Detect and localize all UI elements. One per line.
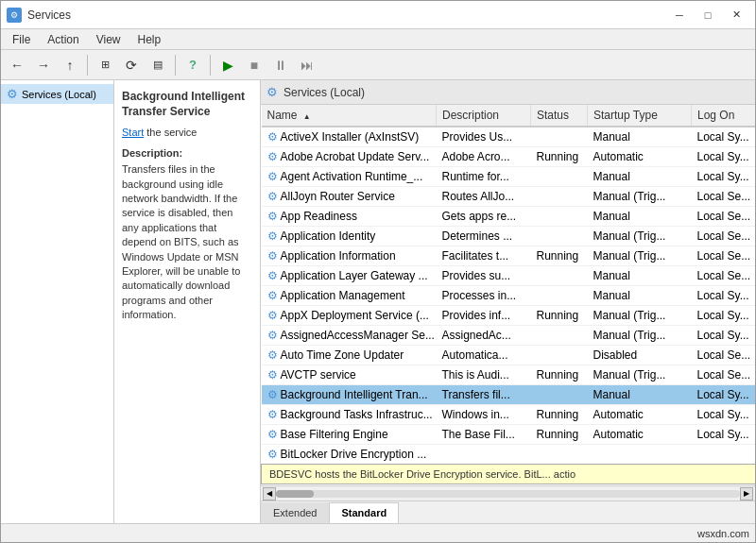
services-table[interactable]: Name ▲ Description Status Startup Type L… — [261, 105, 755, 485]
service-icon: ⚙ — [267, 170, 278, 183]
tab-standard[interactable]: Standard — [329, 502, 399, 523]
status-bar: wsxdn.com — [1, 523, 755, 542]
service-desc-cell: Transfers fil... — [437, 385, 531, 405]
horizontal-scrollbar[interactable]: ◀ ▶ — [261, 485, 755, 501]
service-status-cell: Running — [531, 425, 588, 445]
forward-button[interactable]: → — [31, 53, 56, 77]
service-status-cell — [531, 326, 588, 346]
table-area: ⚙ Services (Local) Name ▲ Description St… — [261, 80, 755, 523]
sidebar-item-services-local[interactable]: ⚙ Services (Local) — [1, 84, 113, 104]
service-startup-cell: Manual — [588, 385, 692, 405]
tab-extended[interactable]: Extended — [261, 502, 329, 523]
title-bar: ⚙ Services ─ □ ✕ — [1, 1, 755, 29]
service-logon-cell: Local Se... — [692, 346, 756, 365]
scroll-thumb[interactable] — [276, 490, 314, 498]
start-suffix: the service — [144, 127, 197, 138]
table-row[interactable]: ⚙ Adobe Acrobat Update Serv... Adobe Acr… — [262, 147, 756, 167]
close-button[interactable]: ✕ — [723, 6, 749, 25]
service-startup-cell: Manual (Trig... — [588, 365, 692, 385]
maximize-button[interactable]: □ — [695, 6, 721, 25]
table-body: ⚙ ActiveX Installer (AxInstSV) Provides … — [262, 127, 756, 485]
menu-help[interactable]: Help — [130, 31, 169, 48]
col-header-status[interactable]: Status — [531, 105, 588, 127]
description-heading: Description: — [122, 147, 252, 159]
menu-action[interactable]: Action — [40, 31, 86, 48]
service-logon-cell: Local Se... — [692, 227, 756, 246]
breadcrumb-text: Services (Local) — [284, 86, 365, 99]
menu-file[interactable]: File — [5, 31, 38, 48]
service-desc-cell: Windows in... — [437, 405, 531, 425]
table-row[interactable]: ⚙ BitLocker Drive Encryption ... — [262, 445, 756, 465]
table-row[interactable]: ⚙ App Readiness Gets apps re... Manual L… — [262, 207, 756, 227]
service-icon: ⚙ — [267, 249, 278, 263]
up-button[interactable]: ↑ — [58, 53, 82, 77]
service-icon: ⚙ — [267, 210, 278, 223]
service-startup-cell: Manual — [588, 286, 692, 306]
table-row[interactable]: ⚙ Application Information Facilitates t.… — [262, 246, 756, 266]
refresh-button[interactable]: ⟳ — [119, 53, 144, 77]
table-row[interactable]: ⚙ AllJoyn Router Service Routes AllJo...… — [262, 187, 756, 207]
title-bar-left: ⚙ Services — [7, 8, 71, 23]
export-list-button[interactable]: ▤ — [146, 53, 170, 77]
start-service-button[interactable]: ▶ — [215, 53, 240, 77]
service-logon-cell: Local Se... — [692, 187, 756, 207]
service-status-cell — [531, 167, 588, 187]
service-name-cell: ⚙ Application Information — [262, 246, 437, 266]
service-icon: ⚙ — [267, 130, 278, 144]
col-header-startup[interactable]: Startup Type — [588, 105, 692, 127]
table-row[interactable]: ⚙ AVCTP service This is Audi... Running … — [262, 365, 756, 385]
table-row[interactable]: ⚙ Agent Activation Runtime_... Runtime f… — [262, 167, 756, 187]
restart-service-button[interactable]: ⏭ — [295, 53, 319, 77]
menu-view[interactable]: View — [89, 31, 129, 48]
col-header-name[interactable]: Name ▲ — [262, 105, 437, 127]
service-status-cell — [531, 346, 588, 365]
table-row[interactable]: ⚙ ActiveX Installer (AxInstSV) Provides … — [262, 127, 756, 147]
service-name-cell: ⚙ Auto Time Zone Updater — [262, 346, 437, 365]
back-button[interactable]: ← — [5, 53, 29, 77]
pause-service-button[interactable]: ⏸ — [268, 53, 293, 77]
service-desc-cell: This is Audi... — [437, 365, 531, 385]
service-logon-cell: Local Sy... — [692, 425, 756, 445]
toolbar: ← → ↑ ⊞ ⟳ ▤ ? ▶ ■ ⏸ ⏭ — [1, 50, 755, 80]
table-row[interactable]: ⚙ AssignedAccessManager Se... AssignedAc… — [262, 326, 756, 346]
service-name-cell: ⚙ Adobe Acrobat Update Serv... — [262, 147, 437, 167]
table-row[interactable]: ⚙ Base Filtering Engine The Base Fil... … — [262, 425, 756, 445]
service-icon: ⚙ — [267, 329, 278, 342]
scroll-left-arrow[interactable]: ◀ — [263, 487, 276, 501]
col-header-desc[interactable]: Description — [437, 105, 531, 127]
bottom-tabs: Extended Standard — [261, 501, 755, 523]
service-logon-cell: Local Sy... — [692, 385, 756, 405]
service-desc-cell: Provides Us... — [437, 127, 531, 147]
service-icon: ⚙ — [267, 408, 278, 421]
table-row[interactable]: ⚙ Application Layer Gateway ... Provides… — [262, 266, 756, 286]
app-icon: ⚙ — [7, 8, 22, 23]
tooltip-cell: BDESVC hosts the BitLocker Drive Encrypt… — [262, 465, 756, 484]
table-row[interactable]: ⚙ AppX Deployment Service (... Provides … — [262, 306, 756, 326]
service-status-cell — [531, 445, 588, 465]
stop-service-button[interactable]: ■ — [242, 53, 266, 77]
table-row[interactable]: ⚙ Background Intelligent Tran... Transfe… — [262, 385, 756, 405]
col-header-logon[interactable]: Log On — [692, 105, 756, 127]
table-row[interactable]: ⚙ Block Level Backup Engine ... — [262, 484, 756, 486]
status-info: wsxdn.com — [697, 528, 749, 539]
service-desc-cell — [437, 484, 531, 486]
table-row[interactable]: ⚙ Auto Time Zone Updater Automatica... D… — [262, 346, 756, 365]
service-startup-cell: Automatic — [588, 425, 692, 445]
service-startup-cell: Automatic — [588, 405, 692, 425]
minimize-button[interactable]: ─ — [666, 6, 693, 25]
table-row[interactable]: ⚙ Application Management Processes in...… — [262, 286, 756, 306]
service-status-cell — [531, 187, 588, 207]
service-status-cell — [531, 385, 588, 405]
show-hide-console-button[interactable]: ⊞ — [93, 53, 117, 77]
scroll-right-arrow[interactable]: ▶ — [740, 487, 753, 501]
service-logon-cell: Local Sy... — [692, 326, 756, 346]
main-window: ⚙ Services ─ □ ✕ File Action View Help ←… — [0, 0, 756, 543]
table-row[interactable]: ⚙ Application Identity Determines ... Ma… — [262, 227, 756, 246]
help-button[interactable]: ? — [180, 53, 205, 77]
table-row[interactable]: ⚙ Background Tasks Infrastruc... Windows… — [262, 405, 756, 425]
service-status-cell: Running — [531, 405, 588, 425]
scroll-track[interactable] — [276, 490, 740, 498]
start-service-link[interactable]: Start — [122, 127, 144, 138]
description-panel: Background Intelligent Transfer Service … — [114, 80, 261, 523]
main-layout: ⚙ Services (Local) Background Intelligen… — [1, 80, 755, 523]
